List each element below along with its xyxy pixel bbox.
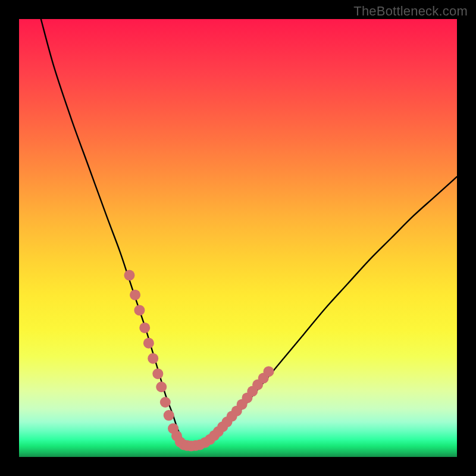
dots-layer: [124, 270, 274, 452]
highlight-dot: [160, 397, 171, 408]
highlight-dot: [134, 305, 145, 315]
highlight-dot: [143, 338, 154, 349]
highlight-dot: [124, 270, 134, 281]
bottleneck-curve-path: [41, 19, 457, 446]
highlight-dot: [130, 290, 140, 300]
highlight-dot: [139, 322, 150, 333]
curve-layer: [41, 19, 457, 446]
highlight-dot: [164, 410, 174, 421]
highlight-dot: [264, 366, 274, 377]
plot-area: [19, 19, 457, 457]
chart-svg: [19, 19, 457, 457]
highlight-dot: [156, 381, 167, 392]
highlight-dot: [152, 368, 163, 379]
watermark-text: TheBottleneck.com: [353, 4, 468, 19]
chart-frame: TheBottleneck.com: [0, 0, 476, 476]
highlight-dot: [148, 353, 158, 364]
